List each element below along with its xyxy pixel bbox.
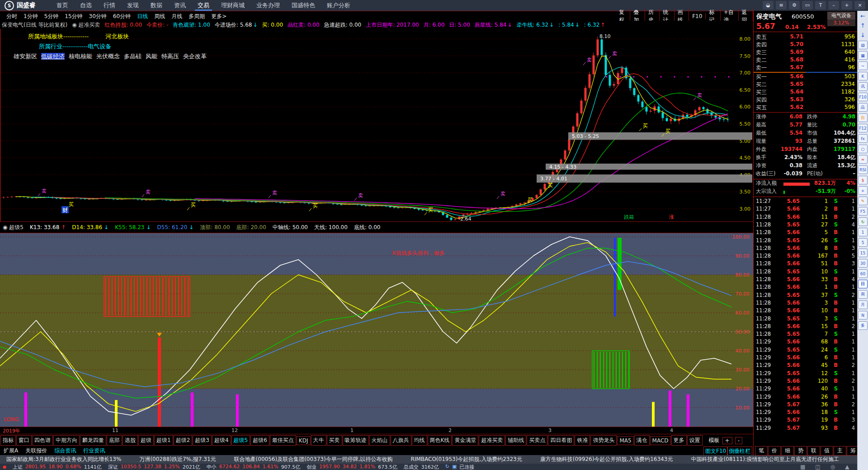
indicator-tab-吸筹轨迹[interactable]: 吸筹轨迹 [343, 435, 369, 446]
refresh-icon[interactable]: ↻ [858, 217, 868, 226]
panel-tab-主[interactable]: 主 [834, 446, 846, 456]
down-arrow-icon[interactable]: ↓ [859, 31, 867, 39]
menu-item-数据[interactable]: 数据 [151, 0, 162, 11]
bid-row-买四[interactable]: 买四5.63326 [754, 96, 858, 104]
period-5[interactable]: 5 [858, 238, 868, 247]
period-day[interactable]: 日 [858, 280, 868, 288]
tick-row-18[interactable]: 11:295.6668B1 [754, 338, 858, 347]
concept-光伏概念[interactable]: 光伏概念 [96, 53, 120, 60]
indicator-tab-麟龙四量[interactable]: 麟龙四量 [80, 435, 106, 446]
indicator-tab-黄金满堂[interactable]: 黄金满堂 [452, 435, 478, 446]
info-tab-扩展A[interactable]: 扩展A [4, 447, 18, 455]
tool-tab-倒垂柱栏[interactable]: 倒垂柱栏 [727, 446, 752, 456]
concept-多晶硅[interactable]: 多晶硅 [124, 53, 142, 60]
indicator-tab-超级1[interactable]: 超级1 [154, 435, 173, 446]
indicator-tab-买卖[interactable]: 买卖 [327, 435, 342, 446]
target-icon[interactable]: ◎ [830, 464, 835, 470]
wave-icon[interactable]: ≈ [858, 155, 868, 164]
period-1分钟[interactable]: 1分钟 [24, 13, 38, 20]
toolbtn-F10[interactable]: F10 [689, 13, 706, 19]
menu-item-账户分析[interactable]: 账户分析 [327, 0, 350, 11]
news-item-5[interactable]: 中国科技產业(08111):疫情影响公司至上月底无进行任何施工 [691, 456, 839, 463]
indicator-tab-四色谱[interactable]: 四色谱 [32, 435, 53, 446]
panel-tab-势[interactable]: 势 [794, 446, 807, 456]
period-多周期[interactable]: 多周期 [189, 13, 205, 20]
news-icon[interactable]: 讯 [858, 82, 868, 91]
menu-item-业务办理[interactable]: 业务办理 [256, 0, 280, 11]
indicator-tab-窗口[interactable]: 窗口 [16, 435, 32, 446]
indicator-tab-超级3[interactable]: 超级3 [193, 435, 212, 446]
indicator-tab-铁准[interactable]: 铁准 [575, 435, 590, 446]
index-中小[interactable]: 中小6724.62106.841.61%907.5亿 [207, 464, 300, 470]
indicator-tab-最佳买点[interactable]: 最佳买点 [270, 435, 296, 446]
monitor-icon[interactable]: ▭ [802, 1, 813, 9]
rsi-icon[interactable]: RSI [858, 165, 868, 174]
period-multi[interactable]: 多 [858, 321, 868, 330]
industry-board-line[interactable]: 所属行业------------电气设备 [39, 42, 111, 51]
tick-row-4[interactable]: 11:285.665B1 [754, 229, 858, 237]
back-arrow-icon[interactable]: ← [859, 12, 867, 20]
indicator-tab-买卖点[interactable]: 买卖点 [527, 435, 547, 446]
indicator-tab-两色K线[interactable]: 两色K线 [428, 435, 452, 446]
period-周线[interactable]: 周线 [154, 13, 165, 20]
pencil-icon[interactable]: ✎ [858, 197, 868, 205]
indicator-tab-MACD[interactable]: MACD [650, 436, 671, 445]
indicator-tab-MA5[interactable]: MA5 [617, 436, 633, 445]
bid-row-买五[interactable]: 买五5.62596 [754, 104, 858, 112]
period-分时[interactable]: 分时 [6, 13, 17, 20]
main-kline-chart[interactable]: 8.007.507.006.506.005.505.004.504.003.50… [0, 29, 754, 221]
tick-row-21[interactable]: 11:295.6645B2 [754, 362, 858, 370]
concept-核电核能[interactable]: 核电核能 [69, 53, 92, 60]
period-5分钟[interactable]: 5分钟 [44, 13, 59, 20]
menu-item-自选[interactable]: 自选 [80, 0, 92, 11]
indicator-tab-超级4[interactable]: 超级4 [212, 435, 231, 446]
skin-icon[interactable]: T [815, 1, 826, 9]
period-30[interactable]: 30 [858, 259, 868, 268]
info-tab-行业资讯[interactable]: 行业资讯 [83, 447, 105, 455]
ask-row-卖三[interactable]: 卖三5.69640 [754, 49, 858, 56]
indicator-tab-超级[interactable]: 超级 [138, 435, 154, 446]
tick-row-27[interactable]: 11:295.6618S1 [754, 409, 858, 417]
indicator-tab-均线[interactable]: 均线 [412, 435, 427, 446]
tick-row-10[interactable]: 11:285.6633B4 [754, 276, 858, 284]
formula-icon[interactable]: fx [858, 134, 868, 143]
indicator-tab-超准买卖[interactable]: 超准买卖 [479, 435, 505, 446]
tick-row-29[interactable]: 11:295.6793B4 [754, 425, 858, 433]
menu-item-行情[interactable]: 行情 [104, 0, 115, 11]
info-tab-关联报价[interactable]: 关联报价 [25, 447, 47, 455]
panel-tab-价[interactable]: 价 [768, 446, 781, 456]
custom-icon[interactable]: 自 [858, 113, 868, 122]
circle-icon[interactable]: ○ [858, 145, 868, 153]
tick-row-15[interactable]: 11:285.653S1 [754, 315, 858, 324]
minimize-icon[interactable]: – [828, 1, 839, 9]
indicator-tab-选股[interactable]: 选股 [123, 435, 138, 446]
period-15分钟[interactable]: 15分钟 [65, 13, 82, 20]
info-tab-综合资讯[interactable]: 综合资讯 [54, 447, 76, 455]
period-1[interactable]: 1 [858, 228, 868, 236]
tick-row-3[interactable]: 11:285.6527S4 [754, 221, 858, 230]
structure-icon[interactable]: 品 [858, 103, 868, 112]
menu-item-国盛特色[interactable]: 国盛特色 [292, 0, 315, 11]
index-创业[interactable]: 创业1957.9034.821.81%673.5亿 [307, 464, 397, 470]
index-上证[interactable]: 上证2801.9518.900.68%1141亿 [13, 464, 102, 470]
close-icon[interactable]: × [854, 1, 865, 9]
tick-row-11[interactable]: 11:285.661B1 [754, 284, 858, 292]
tick-row-9[interactable]: 11:285.6510S1 [754, 268, 858, 277]
tick-row-7[interactable]: 11:285.66167B5 [754, 253, 858, 261]
indicator-tab-火焰山[interactable]: 火焰山 [369, 435, 390, 446]
indicator-tab-大牛[interactable]: 大牛 [311, 435, 326, 446]
period-month[interactable]: 月 [858, 301, 868, 309]
concept-特高压[interactable]: 特高压 [161, 53, 179, 60]
table-icon[interactable]: ▦ [858, 51, 868, 60]
zoom-out-button[interactable]: - [735, 437, 742, 444]
tick-row-25[interactable]: 11:295.6626B1 [754, 394, 858, 402]
period-更多>[interactable]: 更多> [211, 13, 226, 20]
indicator-tab-四目看图[interactable]: 四目看图 [548, 435, 574, 446]
tick-row-14[interactable]: 11:285.6610B1 [754, 307, 858, 315]
period-月线[interactable]: 月线 [171, 13, 182, 20]
concept-低碳经济[interactable]: 低碳经济 [41, 53, 65, 60]
menu-item-理财商城[interactable]: 理财商城 [221, 0, 245, 11]
kline-icon[interactable]: K [858, 72, 868, 80]
period-60[interactable]: 60 [858, 269, 868, 278]
panel-tab-细[interactable]: 细 [781, 446, 794, 456]
